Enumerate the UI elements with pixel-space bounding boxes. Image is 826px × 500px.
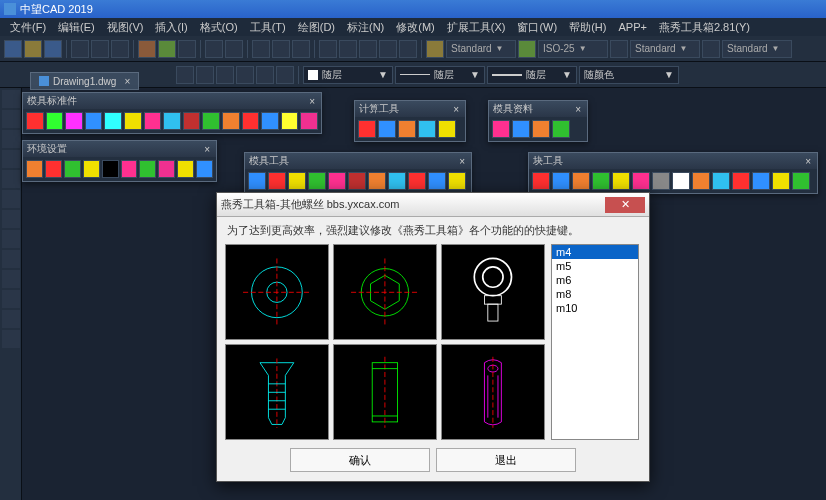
menu-item[interactable]: 插入(I) bbox=[149, 20, 193, 35]
menu-item[interactable]: 标注(N) bbox=[341, 20, 390, 35]
zoom-button[interactable] bbox=[272, 40, 290, 58]
toolbar-button[interactable] bbox=[308, 172, 326, 190]
list-item[interactable]: m10 bbox=[552, 301, 638, 315]
arc-tool[interactable] bbox=[2, 130, 20, 148]
toolbar-button[interactable] bbox=[202, 112, 220, 130]
toolbar-button[interactable] bbox=[378, 120, 396, 138]
toolbar-button[interactable] bbox=[792, 172, 810, 190]
toolbar-mold-standard-parts[interactable]: 模具标准件× bbox=[22, 92, 322, 134]
tool-button[interactable] bbox=[256, 66, 274, 84]
toolbar-button[interactable] bbox=[177, 160, 194, 178]
dim-style-combo[interactable]: ISO-25▼ bbox=[538, 40, 608, 58]
copy-button[interactable] bbox=[158, 40, 176, 58]
toolbar-button[interactable] bbox=[632, 172, 650, 190]
toolbar-button[interactable] bbox=[492, 120, 510, 138]
toolbar-button[interactable] bbox=[712, 172, 730, 190]
tool-button[interactable] bbox=[399, 40, 417, 58]
menu-item[interactable]: 编辑(E) bbox=[52, 20, 101, 35]
toolbar-button[interactable] bbox=[288, 172, 306, 190]
menu-item[interactable]: 燕秀工具箱2.81(Y) bbox=[653, 20, 756, 35]
toolbar-button[interactable] bbox=[248, 172, 266, 190]
toolbar-button[interactable] bbox=[124, 112, 142, 130]
toolbar-button[interactable] bbox=[183, 112, 201, 130]
toolbar-button[interactable] bbox=[772, 172, 790, 190]
toolbar-button[interactable] bbox=[348, 172, 366, 190]
toolbar-button[interactable] bbox=[368, 172, 386, 190]
redo-button[interactable] bbox=[91, 40, 109, 58]
hatch-tool[interactable] bbox=[2, 250, 20, 268]
toolbar-button[interactable] bbox=[532, 172, 550, 190]
menu-item[interactable]: 工具(T) bbox=[244, 20, 292, 35]
undo-button[interactable] bbox=[71, 40, 89, 58]
toolbar-button[interactable] bbox=[261, 112, 279, 130]
menu-item[interactable]: 窗口(W) bbox=[511, 20, 563, 35]
menu-item[interactable]: APP+ bbox=[612, 21, 652, 33]
toolbar-button[interactable] bbox=[448, 172, 466, 190]
toolbar-button[interactable] bbox=[612, 172, 630, 190]
toolbar-button[interactable] bbox=[752, 172, 770, 190]
table-style-icon[interactable] bbox=[610, 40, 628, 58]
layer-icon[interactable] bbox=[176, 66, 194, 84]
toolbar-button[interactable] bbox=[652, 172, 670, 190]
close-icon[interactable]: × bbox=[457, 156, 467, 167]
tool-button[interactable] bbox=[236, 66, 254, 84]
dialog-titlebar[interactable]: 燕秀工具箱-其他螺丝 bbs.yxcax.com ✕ bbox=[217, 193, 649, 217]
circle-tool[interactable] bbox=[2, 150, 20, 168]
table-style-combo[interactable]: Standard▼ bbox=[630, 40, 700, 58]
menu-item[interactable]: 帮助(H) bbox=[563, 20, 612, 35]
lineweight-combo[interactable]: 随层▼ bbox=[487, 66, 577, 84]
preview-countersunk-screw[interactable] bbox=[225, 344, 329, 440]
toolbar-button[interactable] bbox=[300, 112, 318, 130]
new-button[interactable] bbox=[4, 40, 22, 58]
toolbar-button[interactable] bbox=[732, 172, 750, 190]
preview-pin-side[interactable] bbox=[333, 344, 437, 440]
preview-bolt-section[interactable] bbox=[441, 344, 545, 440]
toolbar-button[interactable] bbox=[281, 112, 299, 130]
print-button[interactable] bbox=[111, 40, 129, 58]
menu-item[interactable]: 绘图(D) bbox=[292, 20, 341, 35]
linetype-combo[interactable]: 随层▼ bbox=[395, 66, 485, 84]
point-tool[interactable] bbox=[2, 310, 20, 328]
toolbar-button[interactable] bbox=[552, 120, 570, 138]
tool-button[interactable] bbox=[379, 40, 397, 58]
toolbar-button[interactable] bbox=[328, 172, 346, 190]
toolbar-button[interactable] bbox=[408, 172, 426, 190]
text-style-icon[interactable] bbox=[426, 40, 444, 58]
preview-nut-top[interactable] bbox=[333, 244, 437, 340]
cancel-button[interactable]: 退出 bbox=[436, 448, 576, 472]
toolbar-button[interactable] bbox=[692, 172, 710, 190]
dialog-close-button[interactable]: ✕ bbox=[605, 197, 645, 213]
text-style-combo[interactable]: Standard▼ bbox=[446, 40, 516, 58]
toolbar-button[interactable] bbox=[196, 160, 213, 178]
title-bar[interactable]: 中望CAD 2019 bbox=[0, 0, 826, 18]
toolbar-button[interactable] bbox=[26, 112, 44, 130]
toolbar-block-tools[interactable]: 块工具× bbox=[528, 152, 818, 194]
list-item[interactable]: m5 bbox=[552, 259, 638, 273]
toolbar-button[interactable] bbox=[222, 112, 240, 130]
toolbar-button[interactable] bbox=[65, 112, 83, 130]
menu-item[interactable]: 视图(V) bbox=[101, 20, 150, 35]
toolbar-button[interactable] bbox=[139, 160, 156, 178]
zoom-button[interactable] bbox=[252, 40, 270, 58]
toolbar-button[interactable] bbox=[46, 112, 64, 130]
save-button[interactable] bbox=[44, 40, 62, 58]
toolbar-button[interactable] bbox=[26, 160, 43, 178]
spline-tool[interactable] bbox=[2, 170, 20, 188]
toolbar-button[interactable] bbox=[163, 112, 181, 130]
close-icon[interactable]: × bbox=[803, 156, 813, 167]
toolbar-button[interactable] bbox=[102, 160, 119, 178]
toolbar-button[interactable] bbox=[144, 112, 162, 130]
polygon-tool[interactable] bbox=[2, 230, 20, 248]
tool-button[interactable] bbox=[205, 40, 223, 58]
toolbar-button[interactable] bbox=[388, 172, 406, 190]
toolbar-calculation[interactable]: 计算工具× bbox=[354, 100, 466, 142]
toolbar-button[interactable] bbox=[83, 160, 100, 178]
list-item[interactable]: m4 bbox=[552, 245, 638, 259]
toolbar-mold-data[interactable]: 模具资料× bbox=[488, 100, 588, 142]
ok-button[interactable]: 确认 bbox=[290, 448, 430, 472]
list-item[interactable]: m6 bbox=[552, 273, 638, 287]
toolbar-mold-tools[interactable]: 模具工具× bbox=[244, 152, 472, 194]
document-tab[interactable]: Drawing1.dwg × bbox=[30, 72, 139, 90]
toolbar-button[interactable] bbox=[572, 172, 590, 190]
close-icon[interactable]: × bbox=[202, 144, 212, 155]
